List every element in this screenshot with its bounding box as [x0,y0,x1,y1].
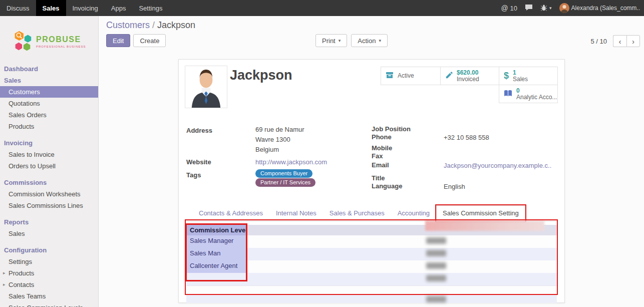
main-content: Customers/Jackpson Edit Create Print▾ Ac… [99,16,644,307]
book-icon [504,90,512,99]
sidebar-item-commission-worksheets[interactable]: Commission Worksheets [0,188,98,200]
tab-sales-purchases[interactable]: Sales & Purchases [323,205,391,221]
mentions-button[interactable]: @ 10 [501,4,517,12]
table-row[interactable]: Sales Manager [186,235,557,248]
edit-button[interactable]: Edit [106,34,130,47]
sidebar-item-orders-to-upsell[interactable]: Orders to Upsell [0,160,98,172]
website-label: Website [186,158,211,166]
sidebar-item-sales-commission-levels[interactable]: Sales Commission Levels [0,302,98,307]
print-dropdown-button[interactable]: Print▾ [315,34,347,47]
language-label: Language [372,182,402,190]
breadcrumb: Customers/Jackpson [106,20,195,31]
table-row[interactable] [186,273,557,285]
fax-label: Fax [372,152,383,160]
sales-stat-button[interactable]: $ 1 Sales [499,67,558,85]
messages-button[interactable] [525,4,533,13]
sidebar-section-sales[interactable]: Sales [0,75,98,86]
sidebar-section-commissions[interactable]: Commissions [0,177,98,188]
redacted-blur [426,275,446,281]
sidebar-item-sales-teams[interactable]: Sales Teams [0,290,98,302]
chat-bubble-icon [525,4,533,13]
sales-count-label: Sales [513,76,528,83]
action-dropdown-button[interactable]: Action▾ [351,34,388,47]
sidebar-item-quotations[interactable]: Quotations [0,98,98,109]
breadcrumb-customers-link[interactable]: Customers [106,20,150,30]
sidebar-item-settings[interactable]: Settings [0,256,98,267]
user-menu[interactable]: Alexandra (Sales_comm.. [559,3,640,13]
menu-sales[interactable]: Sales [36,0,66,16]
redacted-blur [426,262,446,269]
tab-accounting[interactable]: Accounting [391,205,436,221]
menu-apps[interactable]: Apps [105,0,133,16]
at-icon: @ [501,4,508,12]
menu-settings[interactable]: Settings [132,0,169,16]
title-label: Title [372,174,385,182]
mention-count: 10 [510,5,517,12]
tag-partner-it-services: Partner / IT Services [255,178,315,187]
tab-sales-commission-setting[interactable]: Sales Commission Setting [436,205,525,221]
stat-buttons-row-1: Active $620.00 Invoiced $ [381,67,558,85]
app-logo: PROBUSE PROFESSIONAL BUSINESS [0,16,98,62]
email-link[interactable]: Jackpson@yourcompany.example.c.. [444,162,551,169]
stat-buttons-row-2: 0 Analytic Acco... [499,85,558,103]
action-dropdowns: Print▾ Action▾ [315,34,388,47]
debug-menu-button[interactable]: ▾ [540,4,552,13]
redacted-blur-header [425,220,544,231]
commission-level-cell: Sales Man [186,248,246,260]
address-line-3: Belgium [255,146,279,153]
analytic-accounts-stat-button[interactable]: 0 Analytic Acco... [499,85,558,103]
analytic-value: 0 [516,88,557,94]
menu-discuss[interactable]: Discuss [0,0,36,16]
sidebar-item-config-products[interactable]: ▸Products [0,267,98,279]
table-row[interactable] [186,285,557,294]
menu-invoicing[interactable]: Invoicing [66,0,105,16]
logo-subtitle: PROFESSIONAL BUSINESS [36,45,86,48]
create-button[interactable]: Create [133,34,166,47]
sidebar-item-products[interactable]: Products [0,121,98,132]
sidebar-item-sales-commissions-lines[interactable]: Sales Commissions Lines [0,200,98,211]
bug-icon [540,4,547,13]
invoiced-label: Invoiced [457,76,479,83]
breadcrumb-separator: / [152,20,155,30]
sidebar-item-config-contacts[interactable]: ▸Contacts [0,279,98,290]
address-line-1: 69 rue de Namur [255,126,304,133]
pager: 5 / 10 ‹ › [590,35,640,47]
sidebar-section-reports[interactable]: Reports [0,216,98,228]
commission-level-header[interactable]: Commission Level [186,225,246,235]
sidebar-item-sales-orders[interactable]: Sales Orders [0,109,98,121]
table-row[interactable]: Sales Man [186,248,557,260]
record-form-sheet: Jackpson Active $620.00 [178,59,565,303]
tab-internal-notes[interactable]: Internal Notes [269,205,323,221]
expand-arrow-icon: ▸ [3,282,6,287]
email-label: Email [372,161,389,169]
invoiced-stat-button[interactable]: $620.00 Invoiced [440,67,499,85]
pager-next-button[interactable]: › [626,35,640,47]
sidebar-item-dashboard[interactable]: Dashboard [0,63,98,75]
print-label: Print [322,37,336,45]
expand-arrow-icon: ▸ [3,270,6,275]
website-link[interactable]: http://www.jackpson.com [255,158,327,166]
notebook-tabs: Contacts & Addresses Internal Notes Sale… [186,206,557,221]
tab-contacts-addresses[interactable]: Contacts & Addresses [192,205,269,221]
sidebar-item-label: Contacts [9,281,34,288]
active-stat-button[interactable]: Active [381,67,441,85]
table-row[interactable]: Callcenter Agent [186,260,557,273]
topbar: Discuss Sales Invoicing Apps Settings @ … [0,0,644,16]
table-row[interactable] [186,294,557,303]
invoiced-value: $620.00 [457,70,479,76]
user-avatar [559,3,569,13]
commission-table: Commission Level Sales Manager Sales Man… [186,225,557,303]
app-window: Discuss Sales Invoicing Apps Settings @ … [0,0,644,307]
sidebar-section-invoicing[interactable]: Invoicing [0,137,98,149]
job-position-label: Job Position [372,125,411,133]
sidebar-section-configuration[interactable]: Configuration [0,244,98,256]
contact-avatar-image [185,66,227,108]
sidebar-item-sales-to-invoice[interactable]: Sales to Invoice [0,149,98,160]
sidebar-item-reports-sales[interactable]: Sales [0,228,98,239]
sidebar-item-customers[interactable]: Customers [0,86,98,98]
chevron-down-icon: ▾ [379,38,381,43]
tag-components-buyer: Components Buyer [255,169,312,178]
phone-label: Phone [372,133,392,141]
pager-previous-button[interactable]: ‹ [613,35,626,47]
active-label: Active [398,73,414,79]
